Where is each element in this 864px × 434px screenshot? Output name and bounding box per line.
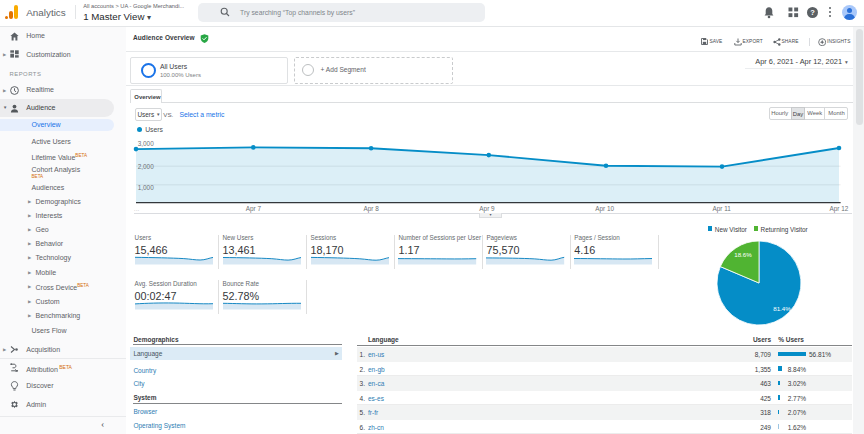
svg-text:Apr 7: Apr 7 xyxy=(246,205,262,213)
svg-text:Apr 11: Apr 11 xyxy=(712,205,731,213)
svg-text:18.6%: 18.6% xyxy=(734,251,752,258)
svg-text:Apr 8: Apr 8 xyxy=(363,205,379,213)
svg-text:3,000: 3,000 xyxy=(138,140,154,147)
svg-text:Apr 10: Apr 10 xyxy=(595,205,614,213)
svg-text:2,000: 2,000 xyxy=(138,163,154,170)
svg-text:Apr 9: Apr 9 xyxy=(479,205,495,213)
svg-text:Apr 12: Apr 12 xyxy=(829,205,848,213)
svg-text:81.4%: 81.4% xyxy=(773,305,791,312)
svg-text:1,000: 1,000 xyxy=(138,184,154,191)
